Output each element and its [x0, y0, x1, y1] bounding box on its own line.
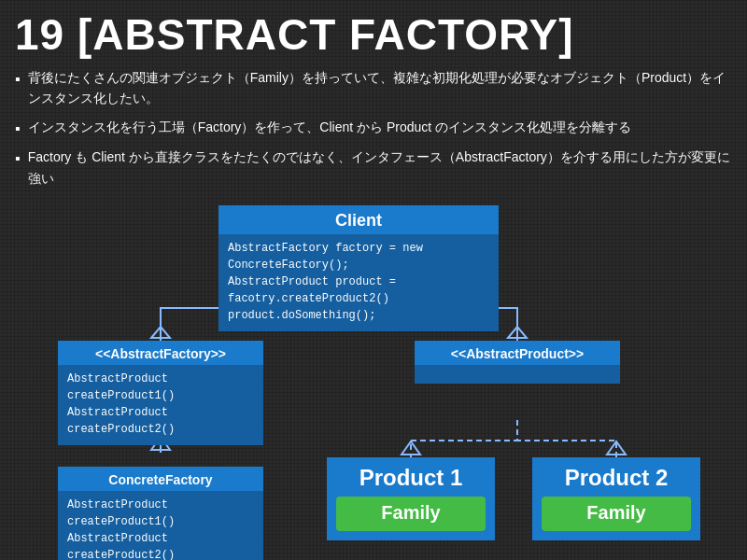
concrete-factory-title: ConcreteFactory: [58, 467, 263, 491]
bullet-item-1: ▪ 背後にたくさんの関連オブジェクト（Family）を持っていて、複雑な初期化処…: [15, 67, 732, 109]
abstract-factory-title: <<AbstractFactory>>: [58, 341, 263, 365]
client-code-line1: AbstractFactory factory = new ConcreteFa…: [228, 240, 489, 273]
arrowhead-to-abstractfactory: [151, 327, 170, 338]
bullet-text-2: インスタンス化を行う工場（Factory）を作って、Client から Prod…: [28, 117, 631, 137]
concrete-factory-method2: AbstractProduct createProduct2(): [67, 530, 254, 560]
arrowhead-to-abstractproduct: [508, 327, 527, 338]
concrete-factory-box: ConcreteFactory AbstractProduct createPr…: [58, 467, 263, 560]
product1-family: Family: [336, 497, 486, 531]
product2-family: Family: [542, 497, 691, 531]
product2-box: Product 2 Family: [532, 457, 700, 540]
bullets-section: ▪ 背後にたくさんの関連オブジェクト（Family）を持っていて、複雑な初期化処…: [0, 63, 747, 189]
arrowhead-to-product1: [402, 441, 420, 455]
bullet-marker-2: ▪: [15, 119, 21, 139]
abstract-factory-method1: AbstractProduct createProduct1(): [67, 371, 254, 404]
bullet-text-1: 背後にたくさんの関連オブジェクト（Family）を持っていて、複雑な初期化処理が…: [28, 67, 732, 109]
product1-title: Product 1: [327, 457, 495, 497]
client-code-line3: product.doSomething();: [228, 307, 489, 324]
client-box: Client AbstractFactory factory = new Con…: [218, 205, 499, 331]
bullet-item-2: ▪ インスタンス化を行う工場（Factory）を作って、Client から Pr…: [15, 117, 732, 139]
arrowhead-to-product2: [607, 441, 626, 455]
abstract-product-body: [415, 365, 620, 384]
abstract-factory-method2: AbstractProduct createProduct2(): [67, 404, 254, 438]
dashed-abstractproduct-to-product2: [517, 420, 616, 457]
bullet-marker-3: ▪: [15, 148, 21, 169]
abstract-product-box: <<AbstractProduct>>: [415, 341, 620, 384]
client-title: Client: [218, 205, 499, 234]
client-code-line2: AbstractProduct product = facotry.create…: [228, 273, 489, 307]
bullet-marker-1: ▪: [15, 69, 21, 90]
bullet-item-3: ▪ Factory も Client から直接クラスをたたくのではなく、インタフ…: [15, 147, 732, 189]
diagram: Client AbstractFactory factory = new Con…: [0, 196, 747, 560]
product2-title: Product 2: [532, 457, 700, 497]
abstract-product-title: <<AbstractProduct>>: [415, 341, 620, 365]
concrete-factory-body: AbstractProduct createProduct1() Abstrac…: [58, 491, 263, 560]
client-body: AbstractFactory factory = new ConcreteFa…: [218, 234, 499, 331]
abstract-factory-box: <<AbstractFactory>> AbstractProduct crea…: [58, 341, 263, 445]
concrete-factory-method1: AbstractProduct createProduct1(): [67, 497, 254, 530]
bullet-text-3: Factory も Client から直接クラスをたたくのではなく、インタフェー…: [28, 147, 732, 189]
page-title: 19 [ABSTRACT FACTORY]: [0, 0, 747, 63]
dashed-abstractproduct-to-product1: [411, 420, 517, 457]
product1-box: Product 1 Family: [327, 457, 495, 540]
abstract-factory-body: AbstractProduct createProduct1() Abstrac…: [58, 365, 263, 445]
